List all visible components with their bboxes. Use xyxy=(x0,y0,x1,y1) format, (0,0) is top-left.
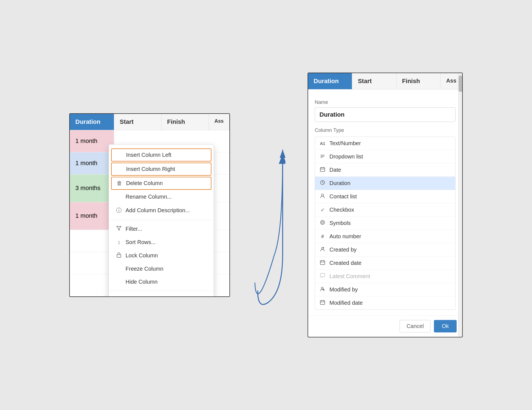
right-body: Name Column Type A1 Text/Number Dropdown… xyxy=(308,89,462,315)
right-panel: Duration Start Finish Ass Name Column Ty… xyxy=(308,73,463,337)
name-input[interactable] xyxy=(315,107,456,122)
info-icon: ⓘ xyxy=(116,207,122,214)
created-date-icon xyxy=(319,260,326,266)
menu-item-close-gantt[interactable]: Close Gantt xyxy=(109,293,214,297)
duration-cell-0: 1 month xyxy=(70,130,114,152)
menu-separator-2 xyxy=(109,291,214,291)
modified-by-icon xyxy=(319,286,326,293)
svg-marker-0 xyxy=(117,226,121,230)
svg-line-5 xyxy=(120,297,122,297)
text-number-icon: A1 xyxy=(319,141,326,146)
filter-icon xyxy=(116,226,122,232)
svg-line-18 xyxy=(323,183,324,183)
duration-cell-3: 1 month xyxy=(70,202,114,230)
curved-arrow xyxy=(252,94,285,316)
duration-cell-1: 1 month xyxy=(70,152,114,174)
type-duration[interactable]: Duration xyxy=(315,177,455,190)
col-header-duration[interactable]: Duration xyxy=(70,114,114,130)
svg-point-21 xyxy=(322,222,324,224)
sort-icon: ↕ xyxy=(116,239,122,245)
type-symbols[interactable]: Symbols xyxy=(315,217,455,230)
trash-icon: 🗑 xyxy=(116,180,123,186)
svg-point-31 xyxy=(321,287,323,289)
type-modified-by[interactable]: Modified by xyxy=(315,283,455,296)
menu-separator xyxy=(109,220,214,220)
type-modified-date[interactable]: Modified date xyxy=(315,296,455,309)
type-contact[interactable]: Contact list xyxy=(315,190,455,203)
name-label: Name xyxy=(315,99,456,105)
lock-icon xyxy=(116,252,122,259)
col-header-start[interactable]: Start xyxy=(114,114,162,130)
menu-item-sort-rows[interactable]: ↕ Sort Rows... xyxy=(109,236,214,249)
comment-icon xyxy=(319,273,326,280)
duration-cell-2: 3 months xyxy=(70,175,114,202)
col-header-assign[interactable]: Ass xyxy=(209,114,229,130)
empty-cell xyxy=(70,252,114,274)
gantt-icon xyxy=(116,296,122,297)
menu-item-freeze-col[interactable]: Freeze Column xyxy=(109,262,214,275)
table-header: Duration Start Finish Ass xyxy=(70,114,229,130)
empty-cell xyxy=(70,230,114,252)
dropdown-icon xyxy=(319,154,326,160)
svg-rect-25 xyxy=(320,261,325,265)
left-panel: Duration Start Finish Ass 1 month 1 mont… xyxy=(69,113,230,297)
svg-point-19 xyxy=(321,194,324,196)
svg-rect-32 xyxy=(320,301,325,304)
context-menu: Insert Column Left Insert Column Right 🗑… xyxy=(109,144,214,297)
menu-item-filter[interactable]: Filter... xyxy=(109,222,214,236)
menu-item-hide-col[interactable]: Hide Column xyxy=(109,275,214,288)
type-created-by[interactable]: Created by xyxy=(315,243,455,257)
type-text-number[interactable]: A1 Text/Number xyxy=(315,137,455,150)
right-col-start[interactable]: Start xyxy=(352,73,396,89)
type-auto-number[interactable]: # Auto number xyxy=(315,230,455,243)
svg-line-6 xyxy=(120,297,122,297)
right-col-duration[interactable]: Duration xyxy=(308,73,352,89)
type-checkbox[interactable]: ✓ Checkbox xyxy=(315,203,455,217)
symbols-icon xyxy=(319,220,326,226)
auto-number-icon: # xyxy=(319,234,326,239)
column-type-list: A1 Text/Number Dropdown list Date xyxy=(315,137,456,310)
right-col-finish[interactable]: Finish xyxy=(397,73,441,89)
arrow-connector xyxy=(252,94,285,316)
svg-point-20 xyxy=(321,221,325,225)
menu-item-rename-col[interactable]: Rename Column... xyxy=(109,190,214,203)
created-by-icon xyxy=(319,247,326,253)
column-type-label: Column Type xyxy=(315,127,456,133)
menu-item-insert-col-left[interactable]: Insert Column Left xyxy=(111,148,211,162)
scrollbar-track[interactable] xyxy=(458,73,462,337)
col-header-finish[interactable]: Finish xyxy=(162,114,209,130)
date-icon xyxy=(319,167,326,173)
contact-icon xyxy=(319,193,326,200)
right-header: Duration Start Finish Ass xyxy=(308,73,462,89)
menu-item-delete-col[interactable]: 🗑 Delete Column xyxy=(111,177,211,190)
type-latest-comment: Latest Comment xyxy=(315,270,455,283)
type-created-date[interactable]: Created date xyxy=(315,257,455,270)
svg-rect-30 xyxy=(320,273,325,277)
menu-item-add-description[interactable]: ⓘ Add Column Description... xyxy=(109,203,214,217)
empty-cell xyxy=(70,274,114,296)
scrollbar-thumb[interactable] xyxy=(459,75,462,92)
modified-date-icon xyxy=(319,300,326,306)
checkbox-icon: ✓ xyxy=(319,207,326,213)
svg-rect-12 xyxy=(320,168,325,171)
type-date[interactable]: Date xyxy=(315,163,455,177)
cancel-button[interactable]: Cancel xyxy=(400,320,431,332)
type-dropdown[interactable]: Dropdown list xyxy=(315,150,455,163)
menu-item-lock-col[interactable]: Lock Column xyxy=(109,249,214,262)
menu-item-insert-col-right[interactable]: Insert Column Right xyxy=(111,163,211,176)
svg-rect-1 xyxy=(117,255,121,257)
ok-button[interactable]: Ok xyxy=(434,320,457,332)
duration-icon xyxy=(319,180,326,186)
right-footer: Cancel Ok xyxy=(308,315,462,337)
